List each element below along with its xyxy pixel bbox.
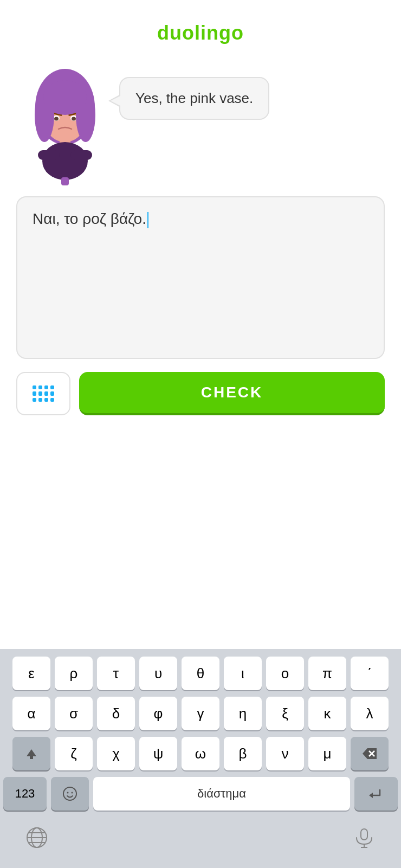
key-delta[interactable]: δ — [97, 697, 135, 730]
svg-point-8 — [54, 117, 59, 121]
keyboard: ε ρ τ υ θ ι ο π ΄ α σ δ φ γ η ξ κ λ ζ χ … — [0, 649, 401, 868]
svg-marker-24 — [369, 793, 373, 798]
key-epsilon[interactable]: ε — [12, 657, 50, 690]
button-row: CHECK — [0, 359, 401, 428]
svg-rect-4 — [70, 150, 92, 160]
svg-rect-3 — [38, 150, 60, 160]
backspace-key[interactable] — [351, 737, 389, 770]
header: duolingo — [0, 0, 401, 55]
keyboard-row-1: ε ρ τ υ θ ι ο π ΄ — [3, 657, 398, 690]
key-kappa[interactable]: κ — [308, 697, 346, 730]
key-psi[interactable]: ψ — [139, 737, 177, 770]
character-illustration — [22, 66, 108, 185]
svg-point-23 — [72, 792, 73, 794]
key-omicron[interactable]: ο — [266, 657, 304, 690]
svg-rect-30 — [361, 829, 367, 840]
check-button[interactable]: CHECK — [79, 372, 385, 415]
text-cursor — [147, 212, 148, 228]
svg-point-9 — [72, 117, 76, 121]
svg-rect-15 — [61, 177, 69, 185]
logo: duolingo — [157, 22, 244, 44]
svg-rect-17 — [30, 756, 33, 759]
svg-marker-16 — [27, 749, 36, 756]
speech-bubble: Yes, the pink vase. — [119, 77, 269, 120]
key-alpha[interactable]: α — [12, 697, 50, 730]
keyboard-toggle-button[interactable] — [16, 372, 70, 415]
key-theta[interactable]: θ — [182, 657, 219, 690]
key-iota[interactable]: ι — [224, 657, 262, 690]
key-omega[interactable]: ω — [182, 737, 219, 770]
keyboard-row-4: 123 διάστημα — [3, 777, 398, 811]
key-xi[interactable]: ξ — [266, 697, 304, 730]
svg-point-14 — [43, 80, 87, 115]
svg-point-22 — [67, 792, 69, 794]
key-pi[interactable]: π — [308, 657, 346, 690]
bottom-icons — [3, 817, 398, 868]
key-zeta[interactable]: ζ — [55, 737, 93, 770]
numbers-key[interactable]: 123 — [3, 777, 47, 811]
svg-point-2 — [42, 142, 88, 180]
svg-point-21 — [63, 787, 76, 800]
key-accent[interactable]: ΄ — [351, 657, 389, 690]
key-chi[interactable]: χ — [97, 737, 135, 770]
key-tau[interactable]: τ — [97, 657, 135, 690]
keyboard-row-2: α σ δ φ γ η ξ κ λ — [3, 697, 398, 730]
return-key[interactable] — [354, 777, 398, 811]
key-beta[interactable]: β — [224, 737, 262, 770]
emoji-key[interactable] — [51, 777, 89, 811]
microphone-icon[interactable] — [352, 826, 376, 852]
speech-bubble-text: Yes, the pink vase. — [135, 90, 253, 106]
shift-key[interactable] — [12, 737, 50, 770]
key-upsilon[interactable]: υ — [139, 657, 177, 690]
globe-icon[interactable] — [25, 826, 49, 852]
keyboard-row-3: ζ χ ψ ω β ν μ — [3, 737, 398, 770]
grid-icon — [33, 385, 54, 402]
key-gamma[interactable]: γ — [182, 697, 219, 730]
input-text: Ναι, το ροζ βάζο. — [33, 210, 146, 227]
character-area: Yes, the pink vase. — [0, 55, 401, 191]
key-rho[interactable]: ρ — [55, 657, 93, 690]
key-phi[interactable]: φ — [139, 697, 177, 730]
key-lambda[interactable]: λ — [351, 697, 389, 730]
key-mu[interactable]: μ — [308, 737, 346, 770]
key-sigma[interactable]: σ — [55, 697, 93, 730]
key-eta[interactable]: η — [224, 697, 262, 730]
space-key[interactable]: διάστημα — [93, 777, 350, 811]
svg-marker-18 — [363, 748, 377, 759]
key-nu[interactable]: ν — [266, 737, 304, 770]
text-input-area[interactable]: Ναι, το ροζ βάζο. — [16, 196, 385, 359]
